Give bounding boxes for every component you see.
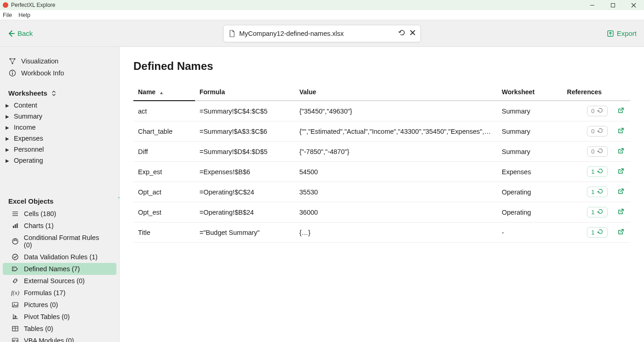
row-export-button[interactable] xyxy=(612,121,630,142)
table-row[interactable]: Opt_est=Operating!$B$2436000Operating1 xyxy=(133,202,630,222)
cell-name: Opt_act xyxy=(133,182,195,202)
sidebar-item-conditional-format[interactable]: Conditional Format Rules (0) xyxy=(3,232,116,251)
cell-worksheet: Expenses xyxy=(497,162,563,182)
references-pill[interactable]: 1 xyxy=(587,166,607,177)
app-icon xyxy=(3,2,8,8)
sidebar-item-label: Tables (0) xyxy=(24,325,53,332)
references-pill[interactable]: 1 xyxy=(587,207,607,217)
column-header-name[interactable]: Name ▲ xyxy=(133,84,195,101)
conditional-format-icon xyxy=(11,238,19,245)
row-export-button[interactable] xyxy=(612,202,630,222)
close-button[interactable] xyxy=(623,0,644,10)
references-pill[interactable]: 0 xyxy=(587,146,607,157)
references-count: 1 xyxy=(591,229,594,236)
worksheet-label: Personnel xyxy=(14,146,44,153)
column-header-references[interactable]: References xyxy=(563,84,612,101)
worksheets-header-label: Worksheets xyxy=(8,89,47,97)
table-row[interactable]: Diff=Summary!$D$4:$D$5{"-7850","-4870"}S… xyxy=(133,142,630,162)
menu-file[interactable]: File xyxy=(3,12,12,18)
cell-formula: =Operating!$C$24 xyxy=(195,182,295,202)
sidebar-worksheet-item[interactable]: ▶Operating xyxy=(0,155,119,166)
vba-icon xyxy=(11,337,19,342)
sidebar-item-workbook-info[interactable]: Workbook Info xyxy=(0,67,119,79)
sidebar-item-charts[interactable]: Charts (1) xyxy=(3,220,116,232)
svg-rect-17 xyxy=(15,224,16,228)
sidebar-worksheet-item[interactable]: ▶Personnel xyxy=(0,144,119,155)
cell-value: {"","Estimated","Actual","Income","43300… xyxy=(295,121,497,142)
chevron-right-icon: ▶ xyxy=(6,147,10,152)
table-row[interactable]: Chart_table=Summary!$A$3:$C$6{"","Estima… xyxy=(133,121,630,142)
sidebar-collapse-handle[interactable] xyxy=(118,194,120,201)
references-pill[interactable]: 1 xyxy=(587,187,607,197)
pivot-icon xyxy=(11,313,19,320)
row-export-button[interactable] xyxy=(612,182,630,202)
sidebar-item-label: Pictures (0) xyxy=(24,301,58,308)
sidebar-worksheet-item[interactable]: ▶Income xyxy=(0,122,119,133)
svg-point-11 xyxy=(12,71,13,72)
row-export-button[interactable] xyxy=(612,142,630,162)
info-icon xyxy=(8,69,17,77)
tables-icon xyxy=(11,325,19,332)
row-export-button[interactable] xyxy=(612,162,630,182)
cell-references: 0 xyxy=(563,101,612,121)
sidebar-worksheet-item[interactable]: ▶Content xyxy=(0,100,119,111)
maximize-button[interactable] xyxy=(603,0,623,10)
sidebar-item-label: Charts (1) xyxy=(24,222,53,229)
sidebar-item-label: Defined Names (7) xyxy=(24,265,80,273)
excel-objects-header: Excel Objects xyxy=(0,194,119,208)
references-icon xyxy=(597,127,604,135)
back-button[interactable]: Back xyxy=(7,29,33,37)
sidebar-item-data-validation[interactable]: Data Validation Rules (1) xyxy=(3,251,116,263)
cell-formula: =Summary!$C$4:$C$5 xyxy=(195,101,295,121)
sidebar-worksheet-item[interactable]: ▶Expenses xyxy=(0,133,119,144)
svg-point-19 xyxy=(12,239,18,244)
column-header-formula[interactable]: Formula xyxy=(195,84,295,101)
menu-help[interactable]: Help xyxy=(18,12,30,18)
sidebar-item-label: Formulas (17) xyxy=(24,289,65,296)
table-row[interactable]: Exp_est=Expenses!$B$654500Expenses1 xyxy=(133,162,630,182)
window-controls xyxy=(582,0,644,10)
sidebar-item-label: Visualization xyxy=(21,57,58,65)
references-pill[interactable]: 0 xyxy=(587,126,607,137)
undo-icon[interactable] xyxy=(398,29,406,38)
table-row[interactable]: Opt_act=Operating!$C$2435530Operating1 xyxy=(133,182,630,202)
cell-formula: =Summary!$D$4:$D$5 xyxy=(195,142,295,162)
sidebar-item-pictures[interactable]: Pictures (0) xyxy=(3,299,116,311)
sidebar-item-label: Data Validation Rules (1) xyxy=(24,253,98,261)
close-file-icon[interactable] xyxy=(409,29,416,37)
sidebar-item-external-sources[interactable]: External Sources (0) xyxy=(3,275,116,287)
worksheets-header[interactable]: Worksheets xyxy=(0,86,119,100)
sidebar-item-pivot-tables[interactable]: Pivot Tables (0) xyxy=(3,311,116,323)
sidebar-item-vba-modules[interactable]: VBA Modules (0) xyxy=(3,335,116,342)
topbar: Back MyCompany12-defined-names.xlsx Expo… xyxy=(0,20,644,47)
sidebar-worksheet-item[interactable]: ▶Summary xyxy=(0,111,119,122)
file-icon xyxy=(228,30,236,37)
defined-names-table: Name ▲ Formula Value Worksheet Reference… xyxy=(133,84,630,243)
cell-value: {…} xyxy=(295,222,497,243)
minimize-button[interactable] xyxy=(582,0,603,10)
cell-name: act xyxy=(133,101,195,121)
cell-references: 1 xyxy=(563,202,612,222)
cell-references: 1 xyxy=(563,162,612,182)
sidebar-item-formulas[interactable]: f(x) Formulas (17) xyxy=(3,287,116,299)
row-export-button[interactable] xyxy=(612,222,630,243)
table-row[interactable]: Title="Budget Summary"{…}-1 xyxy=(133,222,630,243)
references-pill[interactable]: 1 xyxy=(587,227,607,238)
row-export-button[interactable] xyxy=(612,101,630,121)
excel-objects-header-label: Excel Objects xyxy=(8,197,53,205)
table-row[interactable]: act=Summary!$C$4:$C$5{"35450","49630"}Su… xyxy=(133,101,630,121)
references-pill[interactable]: 0 xyxy=(587,106,607,116)
sidebar-item-label: VBA Modules (0) xyxy=(24,337,74,342)
sidebar-item-visualization[interactable]: Visualization xyxy=(0,55,119,67)
export-button[interactable]: Export xyxy=(607,29,637,37)
column-header-worksheet[interactable]: Worksheet xyxy=(497,84,563,101)
cell-name: Diff xyxy=(133,142,195,162)
cell-value: {"-7850","-4870"} xyxy=(295,142,497,162)
chevron-expand-icon xyxy=(51,91,57,96)
sidebar-item-defined-names[interactable]: Defined Names (7) xyxy=(3,263,116,275)
column-header-value[interactable]: Value xyxy=(295,84,497,101)
references-icon xyxy=(597,208,604,216)
cell-name: Exp_est xyxy=(133,162,195,182)
sidebar-item-cells[interactable]: Cells (180) xyxy=(3,208,116,220)
sidebar-item-tables[interactable]: Tables (0) xyxy=(3,323,116,335)
